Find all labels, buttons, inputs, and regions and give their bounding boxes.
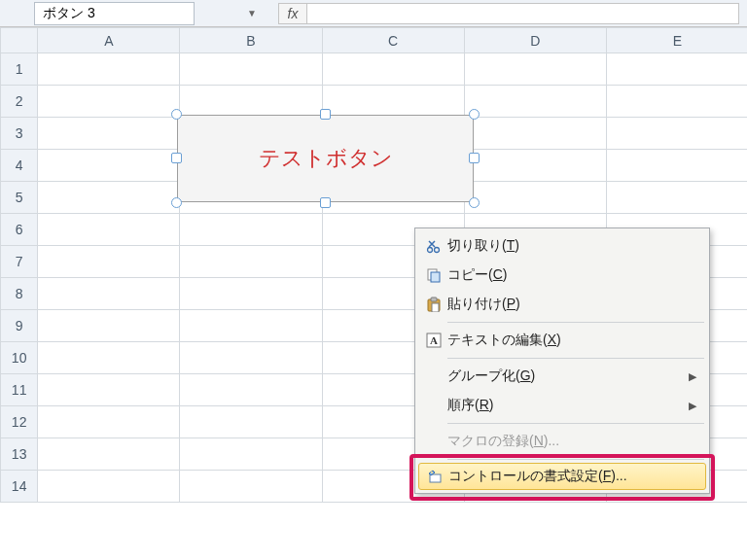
resize-handle-r[interactable] (469, 153, 480, 163)
cell-D5[interactable] (464, 182, 606, 214)
col-header-C[interactable]: C (322, 28, 464, 53)
row-header-11[interactable]: 11 (1, 374, 38, 406)
button-shape-selection[interactable]: テストボタン (177, 115, 474, 202)
cell-A4[interactable] (38, 150, 180, 182)
resize-handle-t[interactable] (320, 109, 331, 120)
worksheet[interactable]: ABCDE 1234567891011121314 テストボタン 切り取り(T)… (0, 27, 747, 560)
menu-separator (447, 423, 704, 424)
name-box-dropdown[interactable]: ▼ (243, 8, 261, 18)
format-icon (427, 469, 443, 484)
cell-B9[interactable] (180, 310, 322, 342)
cell-A7[interactable] (38, 246, 180, 278)
row-header-10[interactable]: 10 (1, 342, 38, 374)
name-box[interactable]: ボタン 3 (34, 2, 195, 25)
menu-label-copy: コピー(C) (447, 266, 700, 284)
svg-point-10 (431, 472, 433, 473)
cell-B11[interactable] (180, 374, 322, 406)
cell-A8[interactable] (38, 278, 180, 310)
menu-item-paste[interactable]: 貼り付け(P) (418, 290, 706, 319)
cell-B14[interactable] (180, 471, 322, 503)
col-header-E[interactable]: E (606, 28, 747, 53)
cell-D1[interactable] (464, 53, 606, 86)
row-header-12[interactable]: 12 (1, 406, 38, 438)
paste-icon (426, 297, 442, 312)
cell-E4[interactable] (606, 150, 747, 182)
col-header-D[interactable]: D (464, 28, 606, 53)
row-header-7[interactable]: 7 (1, 246, 38, 278)
cell-C1[interactable] (322, 53, 464, 86)
cell-A3[interactable] (38, 118, 180, 150)
row-header-14[interactable]: 14 (1, 471, 38, 503)
submenu-arrow-icon: ▶ (689, 370, 700, 383)
cell-A5[interactable] (38, 182, 180, 214)
cell-B13[interactable] (180, 438, 322, 471)
menu-label-order: 順序(R) (447, 397, 689, 414)
menu-label-cut: 切り取り(T) (447, 237, 700, 255)
button-shape[interactable]: テストボタン (177, 115, 474, 202)
row-header-2[interactable]: 2 (1, 86, 38, 118)
cell-A12[interactable] (38, 406, 180, 438)
menu-item-cut[interactable]: 切り取り(T) (418, 231, 706, 261)
cell-D4[interactable] (464, 150, 606, 182)
menu-separator (447, 322, 704, 323)
svg-point-0 (428, 248, 433, 253)
cell-B10[interactable] (180, 342, 322, 374)
resize-handle-tr[interactable] (469, 109, 480, 120)
context-menu: 切り取り(T)コピー(C)貼り付け(P)Aテキストの編集(X)グループ化(G)▶… (414, 228, 710, 494)
copy-icon (426, 267, 442, 283)
row-header-4[interactable]: 4 (1, 150, 38, 182)
select-all-corner[interactable] (1, 28, 38, 53)
menu-item-order[interactable]: 順序(R)▶ (418, 391, 706, 420)
row-header-3[interactable]: 3 (1, 118, 38, 150)
fx-button[interactable]: fx (278, 3, 307, 24)
row-header-9[interactable]: 9 (1, 310, 38, 342)
resize-handle-bl[interactable] (171, 197, 182, 208)
menu-label-format: コントロールの書式設定(F)... (448, 468, 699, 485)
svg-point-1 (435, 248, 440, 253)
resize-handle-br[interactable] (469, 197, 480, 208)
cut-icon (426, 238, 442, 254)
cell-E3[interactable] (606, 118, 747, 150)
cell-B12[interactable] (180, 406, 322, 438)
row-header-6[interactable]: 6 (1, 214, 38, 246)
cell-D3[interactable] (464, 118, 606, 150)
formula-input[interactable] (307, 3, 739, 24)
menu-item-format[interactable]: コントロールの書式設定(F)... (418, 463, 706, 490)
cell-E1[interactable] (606, 53, 747, 86)
cell-A13[interactable] (38, 438, 180, 471)
row-header-1[interactable]: 1 (1, 53, 38, 86)
menu-item-copy[interactable]: コピー(C) (418, 261, 706, 290)
menu-item-macro: マクロの登録(N)... (418, 427, 706, 456)
resize-handle-b[interactable] (320, 197, 331, 208)
cell-B7[interactable] (180, 246, 322, 278)
cell-B6[interactable] (180, 214, 322, 246)
row-header-8[interactable]: 8 (1, 278, 38, 310)
cell-E2[interactable] (606, 86, 747, 118)
menu-label-paste: 貼り付け(P) (447, 296, 700, 313)
cell-E5[interactable] (606, 182, 747, 214)
fx-label: fx (288, 6, 299, 21)
cell-A10[interactable] (38, 342, 180, 374)
col-header-B[interactable]: B (180, 28, 322, 53)
cell-A11[interactable] (38, 374, 180, 406)
cell-A1[interactable] (38, 53, 180, 86)
col-header-A[interactable]: A (38, 28, 180, 53)
cell-C2[interactable] (322, 86, 464, 118)
resize-handle-l[interactable] (171, 153, 182, 163)
copy-icon (420, 267, 447, 283)
cell-B2[interactable] (180, 86, 322, 118)
row-header-13[interactable]: 13 (1, 438, 38, 471)
svg-rect-9 (430, 474, 441, 482)
cell-A6[interactable] (38, 214, 180, 246)
cell-A9[interactable] (38, 310, 180, 342)
cell-D2[interactable] (464, 86, 606, 118)
textedit-icon: A (426, 332, 442, 348)
cell-B8[interactable] (180, 278, 322, 310)
menu-item-group[interactable]: グループ化(G)▶ (418, 362, 706, 391)
resize-handle-tl[interactable] (171, 109, 182, 120)
cell-A14[interactable] (38, 471, 180, 503)
menu-item-edit[interactable]: Aテキストの編集(X) (418, 326, 706, 355)
cell-A2[interactable] (38, 86, 180, 118)
row-header-5[interactable]: 5 (1, 182, 38, 214)
cell-B1[interactable] (180, 53, 322, 86)
